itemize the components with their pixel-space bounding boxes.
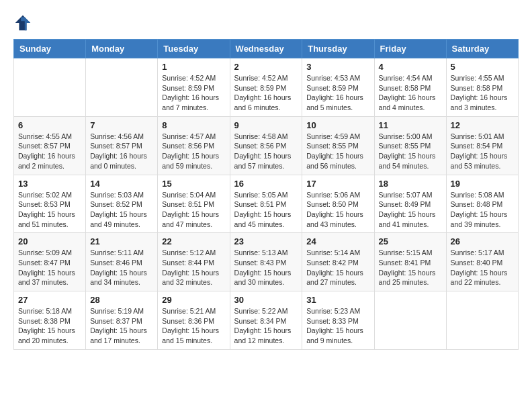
calendar-cell: 19Sunrise: 5:08 AM Sunset: 8:48 PM Dayli…	[446, 175, 518, 233]
day-detail: Sunrise: 5:05 AM Sunset: 8:51 PM Dayligh…	[234, 190, 298, 230]
day-detail: Sunrise: 5:14 AM Sunset: 8:42 PM Dayligh…	[306, 248, 369, 287]
day-number: 18	[379, 179, 442, 189]
day-number: 30	[234, 295, 298, 305]
day-detail: Sunrise: 4:53 AM Sunset: 8:59 PM Dayligh…	[306, 73, 369, 113]
day-detail: Sunrise: 4:58 AM Sunset: 8:56 PM Dayligh…	[234, 132, 298, 171]
calendar-cell: 21Sunrise: 5:11 AM Sunset: 8:46 PM Dayli…	[86, 233, 158, 291]
day-number: 21	[90, 236, 153, 246]
day-detail: Sunrise: 4:54 AM Sunset: 8:58 PM Dayligh…	[379, 73, 442, 113]
weekday-header: Sunday	[14, 40, 86, 58]
day-number: 31	[306, 295, 369, 305]
day-number: 19	[451, 179, 514, 189]
weekday-header: Tuesday	[158, 40, 230, 58]
weekday-header: Wednesday	[230, 40, 302, 58]
day-number: 26	[451, 236, 514, 246]
day-number: 13	[18, 179, 81, 189]
calendar-cell: 5Sunrise: 4:55 AM Sunset: 8:58 PM Daylig…	[446, 58, 518, 117]
calendar-cell: 18Sunrise: 5:07 AM Sunset: 8:49 PM Dayli…	[374, 175, 446, 233]
day-number: 27	[18, 295, 81, 305]
day-number: 6	[18, 120, 81, 130]
calendar-cell	[446, 291, 518, 350]
day-detail: Sunrise: 5:09 AM Sunset: 8:47 PM Dayligh…	[18, 248, 81, 287]
calendar-cell: 16Sunrise: 5:05 AM Sunset: 8:51 PM Dayli…	[230, 175, 302, 233]
day-detail: Sunrise: 5:15 AM Sunset: 8:41 PM Dayligh…	[379, 248, 442, 287]
day-detail: Sunrise: 4:57 AM Sunset: 8:56 PM Dayligh…	[162, 132, 225, 171]
calendar-cell: 28Sunrise: 5:19 AM Sunset: 8:37 PM Dayli…	[86, 291, 158, 350]
day-number: 3	[306, 62, 369, 72]
calendar-cell: 27Sunrise: 5:18 AM Sunset: 8:38 PM Dayli…	[14, 291, 86, 350]
day-number: 15	[162, 179, 225, 189]
day-number: 25	[379, 236, 442, 246]
calendar-cell: 1Sunrise: 4:52 AM Sunset: 8:59 PM Daylig…	[158, 58, 230, 117]
day-detail: Sunrise: 5:01 AM Sunset: 8:54 PM Dayligh…	[451, 132, 514, 171]
calendar-cell: 9Sunrise: 4:58 AM Sunset: 8:56 PM Daylig…	[230, 116, 302, 175]
day-number: 24	[306, 236, 369, 246]
calendar-cell	[86, 58, 158, 117]
calendar-cell: 23Sunrise: 5:13 AM Sunset: 8:43 PM Dayli…	[230, 233, 302, 291]
day-number: 22	[162, 236, 225, 246]
calendar-cell	[374, 291, 446, 350]
calendar-week-row: 13Sunrise: 5:02 AM Sunset: 8:53 PM Dayli…	[14, 175, 519, 233]
calendar-cell: 15Sunrise: 5:04 AM Sunset: 8:51 PM Dayli…	[158, 175, 230, 233]
day-number: 11	[379, 120, 442, 130]
day-detail: Sunrise: 5:04 AM Sunset: 8:51 PM Dayligh…	[162, 190, 225, 230]
calendar-cell: 29Sunrise: 5:21 AM Sunset: 8:36 PM Dayli…	[158, 291, 230, 350]
day-detail: Sunrise: 4:56 AM Sunset: 8:57 PM Dayligh…	[90, 132, 153, 171]
day-number: 7	[90, 120, 153, 130]
calendar-cell: 4Sunrise: 4:54 AM Sunset: 8:58 PM Daylig…	[374, 58, 446, 117]
calendar-week-row: 20Sunrise: 5:09 AM Sunset: 8:47 PM Dayli…	[14, 233, 519, 291]
day-detail: Sunrise: 5:12 AM Sunset: 8:44 PM Dayligh…	[162, 248, 225, 287]
day-number: 17	[306, 179, 369, 189]
day-detail: Sunrise: 4:55 AM Sunset: 8:58 PM Dayligh…	[451, 73, 514, 113]
day-number: 9	[234, 120, 298, 130]
calendar-cell: 3Sunrise: 4:53 AM Sunset: 8:59 PM Daylig…	[302, 58, 374, 117]
calendar-cell: 22Sunrise: 5:12 AM Sunset: 8:44 PM Dayli…	[158, 233, 230, 291]
day-detail: Sunrise: 5:03 AM Sunset: 8:52 PM Dayligh…	[90, 190, 153, 230]
page-header	[13, 13, 519, 32]
day-number: 28	[90, 295, 153, 305]
weekday-header: Friday	[374, 40, 446, 58]
logo	[13, 13, 35, 32]
calendar-cell: 7Sunrise: 4:56 AM Sunset: 8:57 PM Daylig…	[86, 116, 158, 175]
day-number: 29	[162, 295, 225, 305]
calendar-cell: 30Sunrise: 5:22 AM Sunset: 8:34 PM Dayli…	[230, 291, 302, 350]
day-number: 23	[234, 236, 298, 246]
day-detail: Sunrise: 5:00 AM Sunset: 8:55 PM Dayligh…	[379, 132, 442, 171]
day-detail: Sunrise: 5:08 AM Sunset: 8:48 PM Dayligh…	[451, 190, 514, 230]
day-number: 1	[162, 62, 225, 72]
day-detail: Sunrise: 5:21 AM Sunset: 8:36 PM Dayligh…	[162, 306, 225, 346]
logo-icon	[13, 13, 32, 32]
calendar-cell: 6Sunrise: 4:55 AM Sunset: 8:57 PM Daylig…	[14, 116, 86, 175]
calendar-table: SundayMondayTuesdayWednesdayThursdayFrid…	[13, 39, 519, 350]
calendar-cell: 8Sunrise: 4:57 AM Sunset: 8:56 PM Daylig…	[158, 116, 230, 175]
day-number: 20	[18, 236, 81, 246]
day-detail: Sunrise: 5:23 AM Sunset: 8:33 PM Dayligh…	[306, 306, 369, 346]
day-detail: Sunrise: 4:59 AM Sunset: 8:55 PM Dayligh…	[306, 132, 369, 171]
day-number: 4	[379, 62, 442, 72]
weekday-header: Saturday	[446, 40, 518, 58]
calendar-cell: 20Sunrise: 5:09 AM Sunset: 8:47 PM Dayli…	[14, 233, 86, 291]
calendar-cell: 10Sunrise: 4:59 AM Sunset: 8:55 PM Dayli…	[302, 116, 374, 175]
day-detail: Sunrise: 5:19 AM Sunset: 8:37 PM Dayligh…	[90, 306, 153, 346]
day-detail: Sunrise: 4:52 AM Sunset: 8:59 PM Dayligh…	[234, 73, 298, 113]
calendar-cell: 12Sunrise: 5:01 AM Sunset: 8:54 PM Dayli…	[446, 116, 518, 175]
calendar-cell: 13Sunrise: 5:02 AM Sunset: 8:53 PM Dayli…	[14, 175, 86, 233]
calendar-cell: 11Sunrise: 5:00 AM Sunset: 8:55 PM Dayli…	[374, 116, 446, 175]
calendar-week-row: 6Sunrise: 4:55 AM Sunset: 8:57 PM Daylig…	[14, 116, 519, 175]
day-number: 8	[162, 120, 225, 130]
calendar-cell: 25Sunrise: 5:15 AM Sunset: 8:41 PM Dayli…	[374, 233, 446, 291]
calendar-cell: 14Sunrise: 5:03 AM Sunset: 8:52 PM Dayli…	[86, 175, 158, 233]
calendar-cell: 2Sunrise: 4:52 AM Sunset: 8:59 PM Daylig…	[230, 58, 302, 117]
calendar-header-row: SundayMondayTuesdayWednesdayThursdayFrid…	[14, 40, 519, 58]
day-detail: Sunrise: 4:55 AM Sunset: 8:57 PM Dayligh…	[18, 132, 81, 171]
day-number: 16	[234, 179, 298, 189]
calendar-cell: 17Sunrise: 5:06 AM Sunset: 8:50 PM Dayli…	[302, 175, 374, 233]
calendar-cell: 24Sunrise: 5:14 AM Sunset: 8:42 PM Dayli…	[302, 233, 374, 291]
weekday-header: Monday	[86, 40, 158, 58]
calendar-cell: 31Sunrise: 5:23 AM Sunset: 8:33 PM Dayli…	[302, 291, 374, 350]
day-detail: Sunrise: 4:52 AM Sunset: 8:59 PM Dayligh…	[162, 73, 225, 113]
day-number: 5	[451, 62, 514, 72]
day-detail: Sunrise: 5:06 AM Sunset: 8:50 PM Dayligh…	[306, 190, 369, 230]
calendar-week-row: 1Sunrise: 4:52 AM Sunset: 8:59 PM Daylig…	[14, 58, 519, 117]
day-detail: Sunrise: 5:11 AM Sunset: 8:46 PM Dayligh…	[90, 248, 153, 287]
